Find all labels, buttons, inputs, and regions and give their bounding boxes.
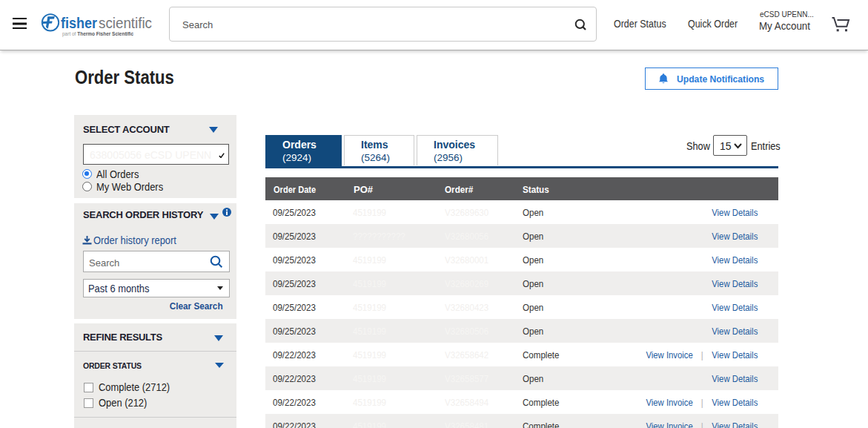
svg-text:part of Thermo Fisher Scientif: part of Thermo Fisher Scientific: [62, 30, 133, 37]
svg-text:fisher: fisher: [61, 15, 97, 31]
svg-text:scientific: scientific: [99, 15, 152, 31]
